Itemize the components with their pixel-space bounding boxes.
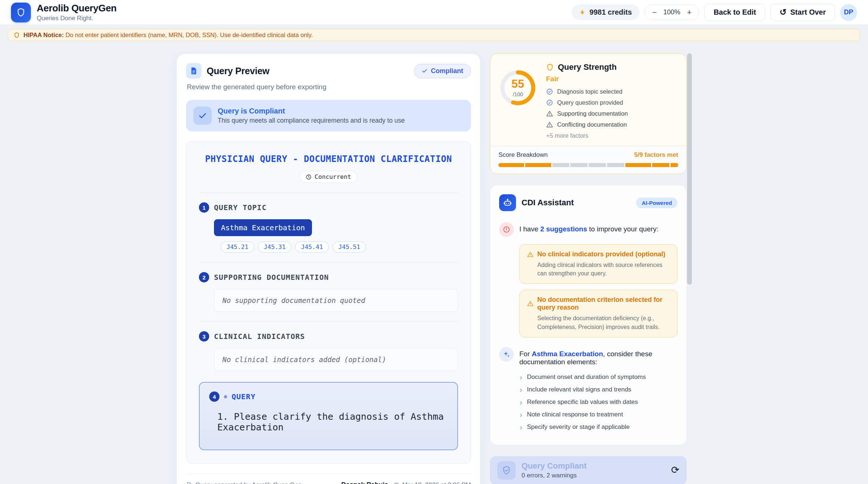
list-item: ›Document onset and duration of symptoms bbox=[520, 373, 678, 381]
banner-text: This query meets all compliance requirem… bbox=[218, 117, 405, 124]
warning-triangle-icon bbox=[546, 110, 553, 117]
strength-factor: Supporting documentation bbox=[546, 110, 628, 117]
section-heading: QUERY bbox=[232, 392, 255, 401]
clinical-indicators-empty: No clinical indicators added (optional) bbox=[214, 348, 458, 371]
query-document: PHYSICIAN QUERY - DOCUMENTATION CLARIFIC… bbox=[186, 141, 471, 464]
chevron-right-icon: › bbox=[520, 398, 522, 406]
app-tagline: Queries Done Right. bbox=[37, 15, 117, 22]
more-factors[interactable]: +5 more factors bbox=[546, 132, 628, 139]
shield-icon bbox=[546, 63, 554, 72]
section-heading: CLINICAL INDICATORS bbox=[214, 332, 305, 341]
section-heading: SUPPORTING DOCUMENTATION bbox=[214, 273, 329, 282]
supporting-docs-empty: No supporting documentation quoted bbox=[214, 289, 458, 312]
warning-triangle-icon bbox=[527, 251, 534, 258]
strength-rating: Fair bbox=[546, 75, 628, 83]
list-item: ›Specify severity or stage if applicable bbox=[520, 423, 678, 431]
breakdown-label: Score Breakdown bbox=[498, 151, 548, 159]
rotate-ccw-icon: ↺ bbox=[780, 8, 787, 17]
assistant-message: I have 2 suggestions to improve your que… bbox=[519, 222, 658, 237]
topic-suggestion-intro: For Asthma Exacerbation, consider these … bbox=[519, 347, 678, 366]
document-icon bbox=[186, 63, 201, 79]
zoom-control: − 100% + bbox=[644, 5, 700, 20]
zoom-out-button[interactable]: − bbox=[652, 8, 657, 17]
lightning-icon bbox=[579, 9, 586, 16]
zoom-in-button[interactable]: + bbox=[687, 8, 692, 17]
avatar[interactable]: DP bbox=[840, 4, 857, 21]
suggestion-warning: No documentation criterion selected for … bbox=[519, 290, 678, 337]
scrollbar-thumb[interactable] bbox=[687, 53, 692, 285]
credits-badge: 9981 credits bbox=[572, 4, 639, 20]
icd-code-pill: J45.41 bbox=[295, 241, 329, 253]
chevron-right-icon: › bbox=[520, 423, 522, 431]
chevron-right-icon: › bbox=[520, 411, 522, 418]
hipaa-text: HIPAA Notice: Do not enter patient ident… bbox=[23, 32, 313, 39]
banner-title: Query is Compliant bbox=[218, 107, 405, 115]
chevron-right-icon: › bbox=[520, 373, 522, 381]
circle-check-icon bbox=[546, 99, 553, 106]
icd-code-pill: J45.51 bbox=[333, 241, 366, 253]
query-document-title: PHYSICIAN QUERY - DOCUMENTATION CLARIFIC… bbox=[199, 154, 458, 164]
query-strength-card: 55 /100 Query Strength Fair bbox=[490, 53, 687, 174]
step-number: 4 bbox=[209, 391, 219, 402]
shield-icon bbox=[16, 7, 26, 18]
status-subtitle: 0 errors, 2 warnings bbox=[522, 472, 586, 479]
icd-code-pill: J45.31 bbox=[258, 241, 292, 253]
sparkles-icon bbox=[499, 347, 514, 362]
documentation-elements: ›Document onset and duration of symptoms… bbox=[520, 373, 678, 431]
start-over-button[interactable]: ↺ Start Over bbox=[770, 4, 835, 21]
score-max: /100 bbox=[513, 91, 523, 97]
list-item: ›Include relevant vital signs and trends bbox=[520, 386, 678, 393]
right-panel: 55 /100 Query Strength Fair bbox=[490, 53, 692, 484]
compliant-badge: Compliant bbox=[414, 64, 471, 78]
icd-code-pill: J45.21 bbox=[221, 241, 254, 253]
query-preview-card: Query Preview Compliant Review the gener… bbox=[176, 53, 481, 484]
circle-check-icon bbox=[546, 88, 553, 95]
app-title: Aerolib QueryGen bbox=[37, 3, 117, 14]
app-logo bbox=[11, 3, 31, 22]
refresh-icon[interactable]: ⟳ bbox=[671, 465, 679, 475]
alert-circle-icon bbox=[499, 222, 514, 237]
section-heading: QUERY TOPIC bbox=[214, 203, 266, 212]
page-title: Query Preview bbox=[207, 66, 269, 76]
warning-triangle-icon bbox=[546, 121, 553, 128]
clock-icon bbox=[393, 482, 399, 484]
app-header: Aerolib QueryGen Queries Done Right. 998… bbox=[0, 0, 868, 25]
topic-pill: Asthma Exacerbation bbox=[214, 219, 312, 236]
check-icon bbox=[422, 68, 428, 74]
factors-met: 5/9 factors met bbox=[634, 151, 678, 159]
compliance-status-bar: Query Compliant 0 errors, 2 warnings ⟳ bbox=[490, 456, 687, 484]
score-value: 55 bbox=[512, 78, 524, 90]
suggestion-warning: No clinical indicators provided (optiona… bbox=[519, 244, 678, 284]
author-name: Deepak Pahuja bbox=[341, 481, 388, 484]
strength-factor: Diagnosis topic selected bbox=[546, 88, 628, 95]
compliance-banner: Query is Compliant This query meets all … bbox=[186, 100, 471, 131]
query-question-text: 1. Please clarify the diagnosis of Asthm… bbox=[217, 411, 448, 433]
strength-factor: Query question provided bbox=[546, 99, 628, 106]
query-question-box: 4 QUERY 1. Please clarify the diagnosis … bbox=[199, 382, 458, 450]
step-number: 3 bbox=[199, 331, 209, 342]
document-icon bbox=[186, 482, 192, 484]
strength-factor: Conflicting documentation bbox=[546, 121, 628, 128]
cdi-assistant-card: CDI Assistant AI-Powered I have 2 sugges… bbox=[490, 185, 687, 445]
step-number: 1 bbox=[199, 202, 209, 213]
list-item: ›Note clinical response to treatment bbox=[520, 411, 678, 418]
robot-icon bbox=[499, 194, 516, 211]
generated-by-text: Query generated by Aerolib QueryGen bbox=[195, 481, 302, 484]
topic-link[interactable]: Asthma Exacerbation bbox=[532, 350, 603, 358]
hipaa-notice: HIPAA Notice: Do not enter patient ident… bbox=[8, 29, 860, 41]
bullet-dot bbox=[224, 395, 227, 398]
ai-powered-badge: AI-Powered bbox=[636, 198, 678, 208]
score-gauge: 55 /100 bbox=[499, 69, 537, 106]
shield-icon bbox=[14, 32, 20, 39]
card-title: CDI Assistant bbox=[522, 198, 574, 207]
timestamp: Mar 18, 2026 at 3:06 PM bbox=[402, 481, 471, 484]
card-title: Query Strength bbox=[558, 62, 617, 72]
query-type-badge: Concurrent bbox=[299, 171, 357, 183]
shield-check-icon bbox=[497, 461, 516, 480]
zoom-level: 100% bbox=[664, 8, 680, 16]
back-to-edit-button[interactable]: Back to Edit bbox=[704, 4, 765, 21]
suggestions-link[interactable]: 2 suggestions bbox=[540, 225, 587, 233]
status-title: Query Compliant bbox=[522, 461, 586, 471]
chevron-right-icon: › bbox=[520, 386, 522, 393]
warning-triangle-icon bbox=[527, 300, 534, 307]
